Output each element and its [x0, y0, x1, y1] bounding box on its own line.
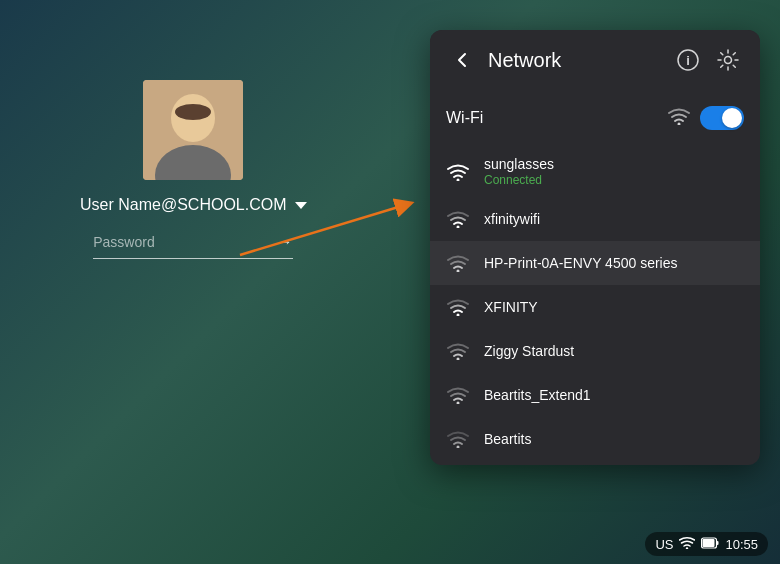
network-name: sunglasses [484, 156, 744, 172]
wifi-icon-xfinity2 [447, 298, 469, 316]
wifi-signal-icon [446, 251, 470, 275]
wifi-signal-icon [446, 207, 470, 231]
network-item[interactable]: Beartits [430, 417, 760, 461]
password-input[interactable] [93, 234, 268, 250]
svg-line-14 [733, 65, 735, 67]
wifi-signal-icon [446, 295, 470, 319]
svg-point-23 [457, 402, 460, 405]
info-button[interactable]: i [672, 44, 704, 76]
svg-point-3 [175, 104, 211, 120]
wifi-icon-hp [447, 254, 469, 272]
svg-point-20 [457, 270, 460, 273]
svg-text:i: i [686, 53, 690, 68]
network-info: xfinitywifi [484, 211, 744, 227]
username-label: User Name@SCHOOL.COM [80, 196, 287, 214]
gear-icon [717, 49, 739, 71]
wifi-icon-beartits [447, 430, 469, 448]
settings-button[interactable] [712, 44, 744, 76]
network-name: Beartits_Extend1 [484, 387, 744, 403]
password-row: → [93, 230, 293, 259]
svg-point-25 [686, 547, 688, 549]
username-row: User Name@SCHOOL.COM [80, 196, 307, 214]
back-button[interactable] [446, 44, 478, 76]
wifi-header-icon [668, 107, 690, 125]
login-area: User Name@SCHOOL.COM → [80, 80, 307, 259]
svg-point-8 [725, 57, 732, 64]
info-icon: i [677, 49, 699, 71]
svg-point-17 [678, 122, 681, 125]
wifi-signal-icon [446, 339, 470, 363]
taskbar-battery-icon [701, 536, 719, 552]
wifi-signal-icon [446, 427, 470, 451]
wifi-controls [668, 106, 744, 130]
svg-line-13 [721, 53, 723, 55]
wifi-icon-xfinity [447, 210, 469, 228]
network-list: sunglasses Connected xfinitywifi [430, 142, 760, 465]
network-info: XFINITY [484, 299, 744, 315]
network-name: Ziggy Stardust [484, 343, 744, 359]
network-name: xfinitywifi [484, 211, 744, 227]
network-info: HP-Print-0A-ENVY 4500 series [484, 255, 744, 271]
avatar-svg [143, 80, 243, 180]
user-dropdown-icon[interactable] [295, 202, 307, 209]
wifi-header: Wi-Fi [446, 98, 744, 138]
svg-point-24 [457, 446, 460, 449]
network-info: Beartits_Extend1 [484, 387, 744, 403]
network-name: HP-Print-0A-ENVY 4500 series [484, 255, 744, 271]
network-name: Beartits [484, 431, 744, 447]
network-item[interactable]: XFINITY [430, 285, 760, 329]
network-item[interactable]: Ziggy Stardust [430, 329, 760, 373]
svg-point-22 [457, 358, 460, 361]
panel-header: Network i [430, 30, 760, 90]
avatar [143, 80, 243, 180]
wifi-signal-icon [446, 383, 470, 407]
wifi-toggle[interactable] [700, 106, 744, 130]
network-info: Ziggy Stardust [484, 343, 744, 359]
header-icons: i [672, 44, 744, 76]
time-label: 10:55 [725, 537, 758, 552]
network-info: sunglasses Connected [484, 156, 744, 187]
taskbar-wifi-svg [679, 536, 695, 549]
svg-line-16 [721, 65, 723, 67]
network-name: XFINITY [484, 299, 744, 315]
network-item[interactable]: Beartits_Extend1 [430, 373, 760, 417]
network-panel: Network i [430, 30, 760, 465]
svg-point-21 [457, 314, 460, 317]
network-item[interactable]: HP-Print-0A-ENVY 4500 series [430, 241, 760, 285]
password-submit-button[interactable]: → [276, 230, 293, 254]
network-status: Connected [484, 173, 744, 187]
taskbar-wifi-icon [679, 536, 695, 552]
taskbar: US 10:55 [645, 532, 768, 556]
wifi-signal-icon [446, 160, 470, 184]
back-icon [452, 50, 472, 70]
svg-rect-27 [703, 539, 715, 547]
network-info: Beartits [484, 431, 744, 447]
wifi-icon-beartits-ext [447, 386, 469, 404]
wifi-signal-header-icon [668, 107, 690, 130]
panel-title: Network [488, 49, 662, 72]
svg-rect-28 [717, 541, 719, 545]
wifi-icon-sunglasses [447, 163, 469, 181]
wifi-label: Wi-Fi [446, 109, 483, 127]
battery-svg [701, 537, 719, 549]
svg-point-18 [457, 178, 460, 181]
wifi-icon-ziggy [447, 342, 469, 360]
wifi-section: Wi-Fi [430, 90, 760, 142]
network-item[interactable]: sunglasses Connected [430, 146, 760, 197]
svg-point-19 [457, 226, 460, 229]
svg-line-15 [733, 53, 735, 55]
locale-label: US [655, 537, 673, 552]
network-item[interactable]: xfinitywifi [430, 197, 760, 241]
